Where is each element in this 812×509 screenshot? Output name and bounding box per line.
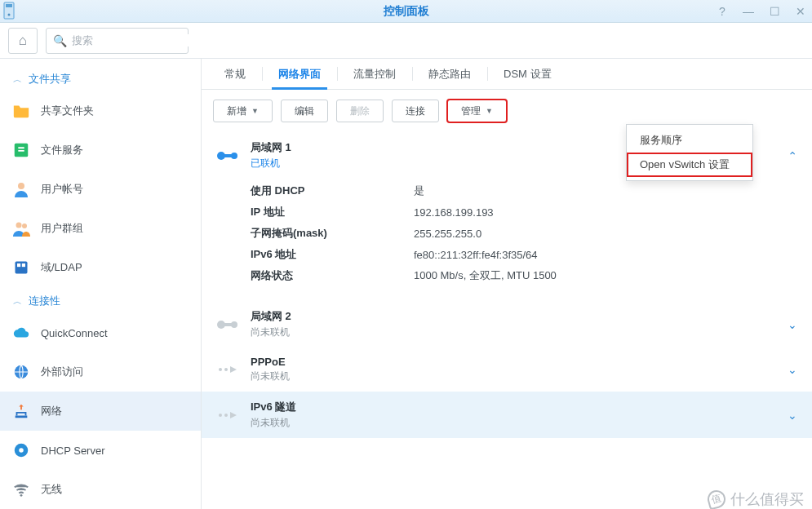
interface-title: 局域网 2 xyxy=(251,309,776,324)
cloud-icon xyxy=(11,323,31,343)
svg-point-6 xyxy=(22,224,27,228)
svg-point-2 xyxy=(8,14,11,16)
interface-title: PPPoE xyxy=(251,356,776,368)
svg-rect-19 xyxy=(221,323,234,326)
detail-label: IP 地址 xyxy=(251,205,414,219)
edit-button[interactable]: 编辑 xyxy=(281,100,328,122)
tab-general[interactable]: 常规 xyxy=(208,59,262,89)
tab-label: 流量控制 xyxy=(353,67,396,82)
sidebar-item-domain-ldap[interactable]: 域/LDAP xyxy=(0,248,201,287)
manage-dropdown: 服务顺序 Open vSwitch 设置 xyxy=(626,124,753,181)
sidebar-item-label: QuickConnect xyxy=(41,327,188,339)
chevron-down-icon: ▼ xyxy=(486,107,493,115)
new-button[interactable]: 新增▼ xyxy=(213,100,273,122)
sidebar-item-quickconnect[interactable]: QuickConnect xyxy=(0,313,201,352)
svg-point-12 xyxy=(19,448,24,453)
sidebar-section-fileshare[interactable]: ︿ 文件共享 xyxy=(0,65,201,91)
svg-point-5 xyxy=(16,223,22,228)
menu-item-ovs-settings[interactable]: Open vSwitch 设置 xyxy=(627,153,752,177)
maximize-button[interactable]: ☐ xyxy=(768,5,781,18)
sidebar-section-connectivity[interactable]: ︿ 连接性 xyxy=(0,287,201,313)
tab-static-route[interactable]: 静态路由 xyxy=(412,59,487,89)
search-input[interactable] xyxy=(72,34,209,46)
main-panel: 常规 网络界面 流量控制 静态路由 DSM 设置 新增▼ 编辑 删除 连接 管理… xyxy=(202,59,812,509)
interface-row-ipv6-tunnel[interactable]: IPv6 隧道 尚未联机 ⌄ xyxy=(202,392,812,438)
sidebar-item-file-services[interactable]: 文件服务 xyxy=(0,131,201,170)
svg-rect-9 xyxy=(22,263,25,267)
lan-connected-icon xyxy=(216,147,239,165)
sidebar-item-user-account[interactable]: 用户帐号 xyxy=(0,170,201,209)
menu-item-service-order[interactable]: 服务顺序 xyxy=(627,128,752,153)
tab-label: 静态路由 xyxy=(428,67,471,82)
button-label: 管理 xyxy=(461,104,481,118)
file-service-icon xyxy=(11,140,31,160)
detail-value: 192.168.199.193 xyxy=(414,206,494,219)
sidebar: ︿ 文件共享 共享文件夹 文件服务 用户帐号 用户群组 域/LDAP xyxy=(0,59,202,509)
chevron-up-icon: ⌄ xyxy=(788,149,797,162)
svg-point-4 xyxy=(18,183,24,189)
sidebar-item-wireless[interactable]: 无线 xyxy=(0,470,201,509)
sidebar-item-label: 用户群组 xyxy=(41,221,188,236)
interface-title: IPv6 隧道 xyxy=(251,400,776,414)
help-button[interactable]: ? xyxy=(716,5,729,18)
sidebar-item-label: 共享文件夹 xyxy=(41,104,188,118)
interface-row-pppoe[interactable]: PPPoE 尚未联机 ⌄ xyxy=(202,347,812,392)
detail-value: fe80::211:32ff:fe4f:3f35/64 xyxy=(414,249,538,261)
titlebar: 控制面板 ? — ☐ ✕ xyxy=(0,0,812,23)
home-button[interactable]: ⌂ xyxy=(8,28,38,54)
user-icon xyxy=(11,179,31,199)
detail-value: 1000 Mb/s, 全双工, MTU 1500 xyxy=(414,268,557,283)
interface-list: 局域网 1 已联机 ⌄ 使用 DHCP是 IP 地址192.168.199.19… xyxy=(202,132,812,509)
detail-label: 子网掩码(mask) xyxy=(251,226,414,241)
sidebar-item-external-access[interactable]: 外部访问 xyxy=(0,352,201,392)
minimize-button[interactable]: — xyxy=(742,5,755,18)
sidebar-item-shared-folder[interactable]: 共享文件夹 xyxy=(0,91,201,131)
tab-dsm-settings[interactable]: DSM 设置 xyxy=(487,59,568,89)
sidebar-item-label: 用户帐号 xyxy=(41,182,188,197)
sidebar-item-label: 域/LDAP xyxy=(41,260,188,275)
svg-point-21 xyxy=(224,368,228,371)
tab-traffic-control[interactable]: 流量控制 xyxy=(337,59,412,89)
close-button[interactable]: ✕ xyxy=(794,5,807,18)
button-label: 连接 xyxy=(406,104,425,118)
button-label: 删除 xyxy=(350,104,370,118)
svg-rect-7 xyxy=(16,262,28,274)
tab-label: 常规 xyxy=(224,67,246,82)
pppoe-icon xyxy=(216,361,239,378)
watermark-text: 什么值得买 xyxy=(730,489,804,509)
network-icon xyxy=(11,401,31,421)
detail-value: 255.255.255.0 xyxy=(414,228,481,240)
watermark-icon: 值 xyxy=(706,489,728,509)
button-label: 编辑 xyxy=(295,104,314,118)
menu-label: 服务顺序 xyxy=(640,133,682,148)
ipv6-tunnel-icon xyxy=(216,406,239,424)
globe-icon xyxy=(11,362,31,382)
sidebar-item-network[interactable]: 网络 xyxy=(0,392,201,431)
section-label: 文件共享 xyxy=(29,72,71,86)
watermark: 值 什么值得买 xyxy=(708,489,804,509)
sidebar-item-dhcp[interactable]: DHCP Server xyxy=(0,431,201,470)
interface-details: 使用 DHCP是 IP 地址192.168.199.193 子网掩码(mask)… xyxy=(202,179,812,301)
sidebar-item-label: 外部访问 xyxy=(41,365,188,379)
directory-icon xyxy=(11,258,31,277)
delete-button: 删除 xyxy=(336,100,384,122)
menu-label: Open vSwitch 设置 xyxy=(640,157,730,172)
tab-label: 网络界面 xyxy=(278,67,321,82)
detail-value: 是 xyxy=(414,184,424,198)
window-title: 控制面板 xyxy=(384,4,429,19)
tab-label: DSM 设置 xyxy=(504,67,552,82)
sidebar-item-label: 无线 xyxy=(41,482,188,497)
connect-button[interactable]: 连接 xyxy=(392,100,439,122)
chevron-down-icon: ⌄ xyxy=(788,318,797,331)
svg-point-13 xyxy=(20,494,23,497)
manage-button[interactable]: 管理▼ xyxy=(447,100,507,122)
svg-point-20 xyxy=(219,368,222,371)
tab-network-interface[interactable]: 网络界面 xyxy=(262,59,337,89)
sidebar-item-label: 文件服务 xyxy=(41,143,188,157)
detail-label: 使用 DHCP xyxy=(251,184,414,198)
search-field[interactable]: 🔍 xyxy=(46,28,189,54)
sidebar-item-label: DHCP Server xyxy=(41,445,188,457)
sidebar-item-user-group[interactable]: 用户群组 xyxy=(0,209,201,248)
interface-row-lan2[interactable]: 局域网 2 尚未联机 ⌄ xyxy=(202,301,812,347)
chevron-up-icon: ︿ xyxy=(13,73,22,86)
